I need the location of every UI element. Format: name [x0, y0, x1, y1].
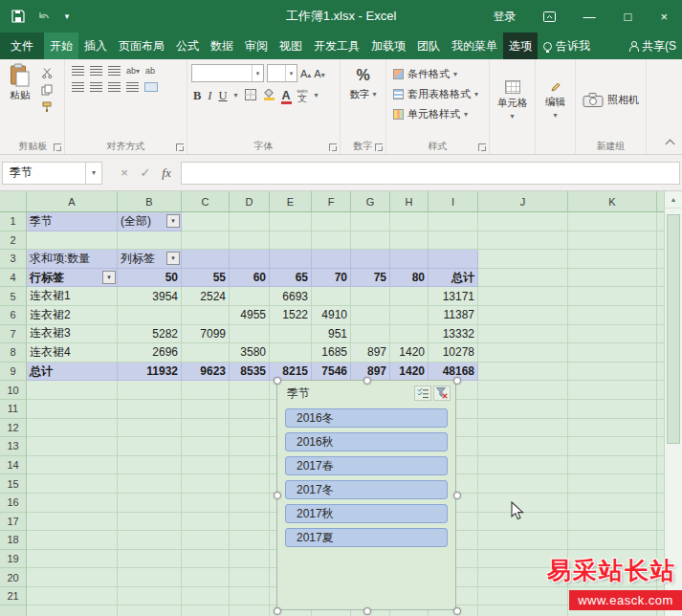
cell-C21[interactable]: [182, 587, 230, 606]
cell-A15[interactable]: [27, 474, 118, 494]
cell-B5[interactable]: 3954: [118, 287, 182, 306]
row-header-20[interactable]: 20: [0, 568, 27, 587]
row-header-22[interactable]: [0, 605, 27, 616]
cell-C6[interactable]: [182, 306, 230, 325]
cell-C3[interactable]: [182, 250, 230, 269]
cell-D17[interactable]: [230, 513, 270, 532]
tab-view[interactable]: 视图: [274, 33, 308, 59]
row-header-18[interactable]: 18: [0, 531, 27, 550]
styles-button-2[interactable]: 单元格样式▾: [393, 107, 489, 121]
cell-F5[interactable]: [312, 287, 351, 306]
cell-B2[interactable]: [118, 231, 182, 251]
cell-A12[interactable]: [27, 419, 118, 438]
cell-C7[interactable]: 7099: [182, 325, 230, 344]
cell-A8[interactable]: 连衣裙4: [27, 343, 118, 363]
cell-J22[interactable]: [478, 605, 568, 616]
column-header-D[interactable]: D: [230, 191, 270, 212]
cell-E2[interactable]: [270, 231, 312, 251]
cell-J9[interactable]: [478, 363, 568, 382]
cell-J13[interactable]: [478, 437, 568, 456]
cell-D10[interactable]: [230, 381, 270, 400]
column-header-G[interactable]: G: [351, 191, 390, 212]
cell-C1[interactable]: [182, 212, 230, 231]
cell-B13[interactable]: [118, 437, 182, 456]
cell-B15[interactable]: [118, 474, 182, 494]
tab-add-ins[interactable]: 加载项: [365, 33, 411, 59]
cell-E7[interactable]: [270, 325, 312, 344]
cell-B19[interactable]: [118, 550, 182, 569]
cell-E8[interactable]: [270, 343, 312, 363]
cell-C22[interactable]: [182, 605, 230, 616]
font-color-button[interactable]: A: [282, 89, 291, 102]
cell-J10[interactable]: [478, 381, 568, 400]
name-box-dropdown[interactable]: ▾: [86, 162, 102, 185]
paste-button[interactable]: 粘贴: [5, 63, 35, 113]
tab-developer[interactable]: 开发工具: [308, 33, 365, 59]
cell-A21[interactable]: [27, 587, 118, 606]
cell-F6[interactable]: 4910: [312, 306, 351, 325]
cell-D4[interactable]: 60: [230, 269, 270, 288]
cell-E3[interactable]: [270, 250, 312, 269]
font-name-combo[interactable]: ▾: [191, 64, 264, 82]
row-header-9[interactable]: 9: [0, 363, 27, 382]
cell-B14[interactable]: [118, 456, 182, 475]
cell-I2[interactable]: [429, 231, 478, 251]
cell-D5[interactable]: [230, 287, 270, 306]
cell-H5[interactable]: [390, 287, 429, 306]
cell-K8[interactable]: [568, 343, 657, 363]
name-box[interactable]: 季节: [2, 162, 86, 185]
cell-B22[interactable]: [118, 605, 182, 616]
cell-G2[interactable]: [351, 231, 390, 251]
decrease-indent-button[interactable]: [126, 82, 139, 92]
cell-D16[interactable]: [230, 494, 270, 513]
cell-A6[interactable]: 连衣裙2: [27, 306, 118, 325]
cell-I8[interactable]: 10278: [429, 343, 478, 363]
align-left-button[interactable]: [72, 82, 84, 92]
cell-I4[interactable]: 总计: [429, 269, 478, 288]
cell-C15[interactable]: [182, 474, 230, 494]
cell-A18[interactable]: [27, 531, 118, 550]
cell-C20[interactable]: [182, 568, 230, 587]
cell-D15[interactable]: [230, 474, 270, 494]
cell-G5[interactable]: [351, 287, 390, 306]
tab-page-layout[interactable]: 页面布局: [113, 33, 170, 59]
phonetic-guide-button[interactable]: wén文: [297, 88, 308, 103]
cell-C8[interactable]: [182, 343, 230, 363]
cell-B21[interactable]: [118, 587, 182, 606]
shrink-font-button[interactable]: A▾: [314, 68, 324, 79]
cell-F7[interactable]: 951: [312, 325, 351, 344]
row-header-19[interactable]: 19: [0, 550, 27, 569]
cell-G6[interactable]: [351, 306, 390, 325]
tab-data[interactable]: 数据: [205, 33, 239, 59]
signin-button[interactable]: 登录: [480, 0, 530, 33]
ribbon-display-options-button[interactable]: [530, 0, 569, 33]
cell-J1[interactable]: [478, 212, 568, 231]
align-middle-button[interactable]: [90, 66, 102, 76]
wrap-text-button[interactable]: ab: [145, 67, 155, 76]
vertical-scrollbar[interactable]: ▲: [664, 191, 682, 616]
cell-C13[interactable]: [182, 437, 230, 456]
slicer-item-2[interactable]: 2017春: [285, 456, 448, 475]
cell-J14[interactable]: [478, 456, 568, 475]
copy-button[interactable]: [40, 84, 54, 96]
cell-A16[interactable]: [27, 494, 118, 513]
row-header-21[interactable]: 21: [0, 587, 27, 606]
cell-H8[interactable]: 1420: [390, 343, 429, 363]
cell-G3[interactable]: [351, 250, 390, 269]
cells-button[interactable]: 单元格 ▾: [490, 59, 535, 141]
cell-E5[interactable]: 6693: [270, 287, 312, 306]
cell-B9[interactable]: 11932: [118, 363, 182, 382]
cell-D19[interactable]: [230, 550, 270, 569]
cell-K7[interactable]: [568, 325, 657, 344]
filter-dropdown-A4[interactable]: ▾: [102, 271, 116, 284]
cell-A22[interactable]: [27, 605, 118, 616]
cell-F4[interactable]: 70: [312, 269, 351, 288]
cell-B10[interactable]: [118, 381, 182, 400]
row-header-13[interactable]: 13: [0, 437, 27, 456]
cell-K10[interactable]: [568, 381, 657, 400]
cell-B6[interactable]: [118, 306, 182, 325]
alignment-dialog-launcher[interactable]: [176, 143, 184, 151]
row-header-2[interactable]: 2: [0, 231, 27, 251]
column-header-K[interactable]: K: [568, 191, 657, 212]
tab-team[interactable]: 团队: [411, 33, 446, 59]
